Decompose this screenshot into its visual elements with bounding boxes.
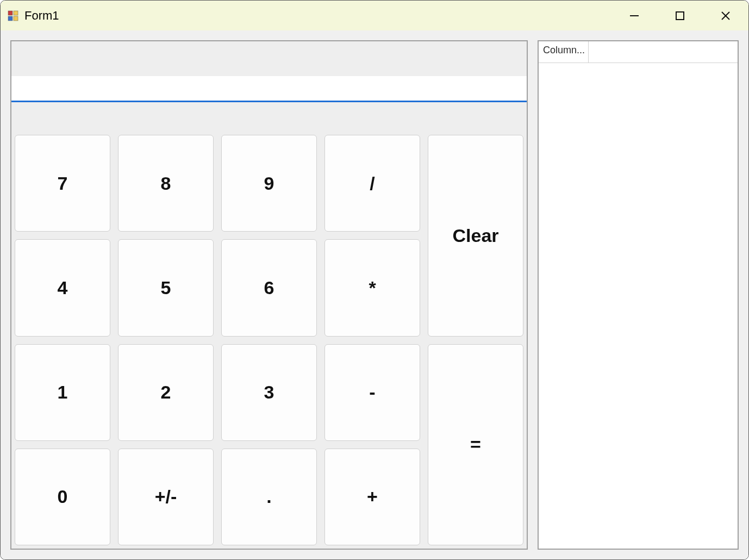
add-button[interactable]: + (324, 449, 420, 545)
close-icon (720, 10, 731, 21)
svg-rect-5 (676, 12, 684, 20)
subtract-button[interactable]: - (324, 344, 420, 441)
display-area (11, 41, 527, 135)
app-window: Form1 (0, 0, 749, 560)
equals-button[interactable]: = (428, 344, 523, 546)
sign-toggle-button[interactable]: +/- (118, 449, 214, 545)
svg-rect-0 (8, 11, 13, 15)
close-button[interactable] (703, 1, 748, 30)
clear-button[interactable]: Clear (428, 135, 523, 337)
window-controls (611, 1, 748, 30)
button-grid: 7 8 9 / Clear 4 5 6 * 1 2 3 - = 0 +/- . … (11, 135, 527, 549)
history-list[interactable] (539, 63, 738, 549)
client-area: 7 8 9 / Clear 4 5 6 * 1 2 3 - = 0 +/- . … (1, 30, 748, 559)
title-bar[interactable]: Form1 (1, 1, 748, 30)
display-input[interactable] (11, 76, 527, 102)
history-column-header[interactable]: Column... (539, 41, 589, 63)
maximize-button[interactable] (657, 1, 703, 30)
svg-rect-1 (14, 11, 18, 15)
digit-9-button[interactable]: 9 (221, 135, 317, 232)
history-panel: Column... (538, 40, 739, 550)
decimal-button[interactable]: . (221, 449, 317, 545)
window-title: Form1 (24, 9, 59, 23)
digit-2-button[interactable]: 2 (118, 344, 214, 441)
svg-rect-3 (14, 16, 18, 21)
digit-1-button[interactable]: 1 (15, 344, 110, 441)
history-header: Column... (539, 41, 738, 63)
maximize-icon (675, 11, 685, 21)
digit-4-button[interactable]: 4 (15, 239, 110, 336)
svg-rect-2 (8, 16, 13, 21)
minimize-button[interactable] (611, 1, 657, 30)
app-icon (7, 10, 19, 22)
minimize-icon (629, 10, 640, 21)
divide-button[interactable]: / (324, 135, 420, 232)
digit-3-button[interactable]: 3 (221, 344, 317, 441)
digit-0-button[interactable]: 0 (15, 449, 110, 545)
digit-7-button[interactable]: 7 (15, 135, 110, 232)
digit-8-button[interactable]: 8 (118, 135, 214, 232)
history-header-spacer (589, 41, 738, 63)
calculator-panel: 7 8 9 / Clear 4 5 6 * 1 2 3 - = 0 +/- . … (10, 40, 528, 550)
digit-5-button[interactable]: 5 (118, 239, 214, 336)
digit-6-button[interactable]: 6 (221, 239, 317, 336)
multiply-button[interactable]: * (324, 239, 420, 336)
